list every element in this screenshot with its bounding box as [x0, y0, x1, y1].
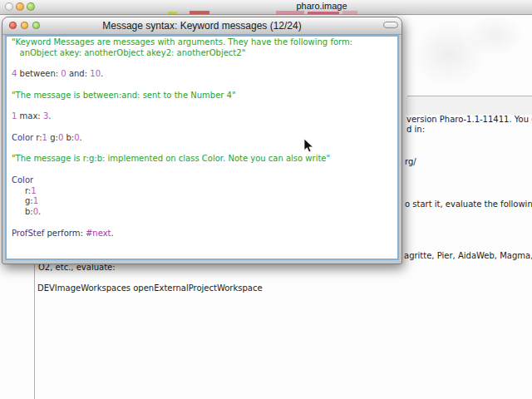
- window-title: Message syntax: Keyword messages (12/24): [2, 20, 401, 32]
- code-line: [12, 80, 397, 91]
- desktop-artifact: [190, 11, 209, 14]
- background-text: o start it, evaluate the following: [405, 200, 532, 209]
- tutorial-text-pane[interactable]: "Keyword Messages are messages with argu…: [5, 35, 399, 260]
- background-text: DEVImageWorkspaces openExternalProjectWo…: [37, 283, 263, 293]
- window-frame: "Keyword Messages are messages with argu…: [2, 35, 401, 264]
- mouse-cursor-icon: [304, 139, 314, 153]
- code-line: [12, 218, 397, 229]
- mac-titlebar[interactable]: pharo.image: [0, 0, 532, 15]
- background-window-left-border: [34, 264, 35, 399]
- code-line: g:1: [12, 196, 397, 207]
- desktop-artifact: [276, 11, 304, 14]
- background-text: rg/: [405, 157, 416, 166]
- background-text: version Pharo-1.1-11411. You c: [406, 115, 532, 124]
- code-line: ProfStef perform: #next.: [12, 229, 397, 239]
- code-line: 4 between: 0 and: 10.: [12, 69, 397, 80]
- background-window-band: [406, 96, 532, 115]
- profstef-window: Message syntax: Keyword messages (12/24)…: [2, 17, 402, 264]
- desktop-artifact: [168, 12, 177, 14]
- mac-minimize-button[interactable]: [16, 2, 24, 11]
- background-text: d in:: [406, 125, 425, 134]
- code-line: [12, 165, 397, 175]
- mac-zoom-button[interactable]: [27, 2, 35, 11]
- window-titlebar[interactable]: Message syntax: Keyword messages (12/24): [2, 17, 401, 35]
- desktop-artifact: [342, 11, 357, 14]
- code-line: b:0.: [12, 207, 397, 218]
- code-line: "The message is r:g:b: implemented on cl…: [12, 154, 397, 165]
- code-line: 1 max: 3.: [12, 111, 397, 122]
- window-expand-button[interactable]: [383, 22, 398, 28]
- code-line: Color: [12, 175, 397, 186]
- code-line: "Keyword Messages are messages with argu…: [12, 37, 397, 48]
- background-text: agritte, Pier, AidaWeb, Magma, M: [404, 251, 532, 260]
- code-line: [12, 122, 397, 133]
- code-line: Color r:1 g:0 b:0.: [12, 133, 397, 144]
- desktop-artifact: [308, 12, 339, 14]
- mac-window-title: pharo.image: [296, 1, 347, 11]
- code-line: anObject akey: anotherObject akey2: anot…: [12, 48, 397, 59]
- code-line: [12, 144, 397, 155]
- code-line: r:1: [12, 186, 397, 197]
- code-line: "The message is between:and: sent to the…: [12, 91, 397, 101]
- code-line: [12, 101, 397, 112]
- code-area[interactable]: "Keyword Messages are messages with argu…: [7, 37, 397, 239]
- desktop-smudge: [466, 15, 524, 57]
- background-window-divider: [407, 96, 532, 96]
- pharo-desktop: version Pharo-1.1-11411. You c d in: rg/…: [0, 0, 532, 399]
- mac-close-button[interactable]: [5, 2, 13, 11]
- code-line: [12, 59, 397, 70]
